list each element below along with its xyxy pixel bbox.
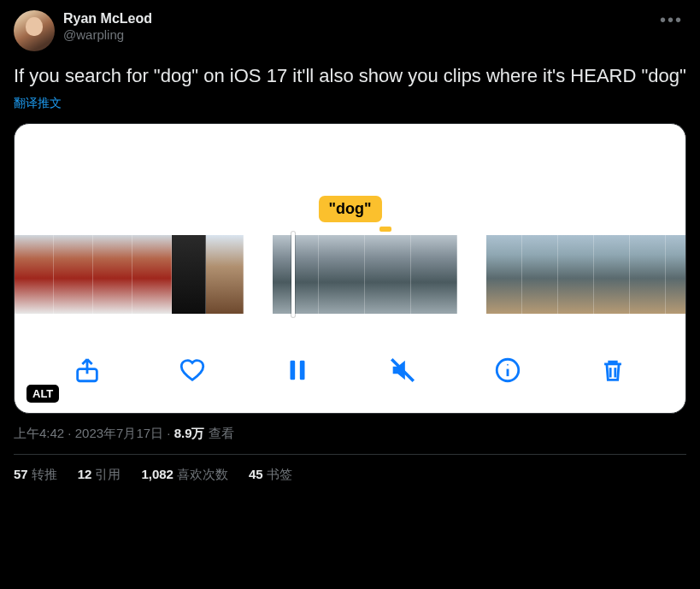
video-thumbnail [319, 235, 365, 314]
heart-icon[interactable] [174, 351, 211, 389]
views-label: 查看 [209, 426, 234, 440]
share-icon[interactable] [68, 351, 106, 389]
timestamp-time[interactable]: 上午4:42 [14, 426, 64, 440]
tweet-text: If you search for "dog" on iOS 17 it'll … [14, 63, 686, 89]
likes-stat[interactable]: 1,082喜欢次数 [141, 467, 228, 483]
video-thumbnail [486, 235, 522, 314]
video-thumbnail [630, 235, 666, 314]
svg-rect-2 [300, 360, 305, 380]
divider [14, 454, 686, 455]
search-marker [379, 227, 391, 232]
pause-icon[interactable] [279, 351, 316, 389]
video-thumbnail [132, 235, 172, 314]
alt-badge[interactable]: ALT [26, 385, 59, 403]
author-block[interactable]: Ryan McLeod @warpling [63, 10, 648, 44]
views-count: 8.9万 [174, 426, 205, 440]
tweet-container: Ryan McLeod @warpling ••• If you search … [0, 0, 700, 493]
video-thumbnail [594, 235, 630, 314]
author-handle: @warpling [63, 27, 648, 44]
bookmarks-stat[interactable]: 45书签 [249, 467, 292, 483]
timestamp-date[interactable]: 2023年7月17日 [75, 426, 163, 440]
video-thumbnail [15, 235, 54, 314]
video-thumbnail [666, 235, 686, 314]
tweet-header: Ryan McLeod @warpling ••• [14, 10, 686, 51]
video-thumbnail [93, 235, 132, 314]
author-name: Ryan McLeod [63, 10, 648, 27]
video-thumbnail [273, 235, 319, 314]
video-thumbnail [365, 235, 411, 314]
video-thumbnail [206, 235, 244, 314]
search-chip: "dog" [318, 196, 381, 222]
video-thumbnail [411, 235, 457, 314]
media-toolbar [15, 351, 685, 389]
video-thumbnail [558, 235, 594, 314]
quotes-stat[interactable]: 12引用 [78, 467, 121, 483]
video-thumbnail [522, 235, 558, 314]
video-thumbnail [172, 235, 206, 314]
translate-link[interactable]: 翻译推文 [14, 96, 62, 111]
mute-icon[interactable] [384, 351, 421, 389]
tweet-meta: 上午4:42 · 2023年7月17日 · 8.9万 查看 [14, 426, 686, 442]
clip-group[interactable] [273, 235, 457, 314]
more-icon[interactable]: ••• [656, 10, 686, 30]
clip-group[interactable] [486, 235, 686, 314]
video-thumbnail [54, 235, 93, 314]
trash-icon[interactable] [594, 351, 632, 389]
svg-rect-1 [291, 360, 296, 380]
video-filmstrip[interactable] [15, 235, 685, 314]
avatar[interactable] [14, 10, 55, 51]
svg-point-6 [507, 363, 509, 365]
retweets-stat[interactable]: 57转推 [14, 467, 57, 483]
media-attachment[interactable]: "dog" [14, 123, 686, 414]
info-icon[interactable] [489, 351, 526, 389]
clip-group[interactable] [15, 235, 244, 314]
stats-row: 57转推 12引用 1,082喜欢次数 45书签 [14, 467, 686, 483]
